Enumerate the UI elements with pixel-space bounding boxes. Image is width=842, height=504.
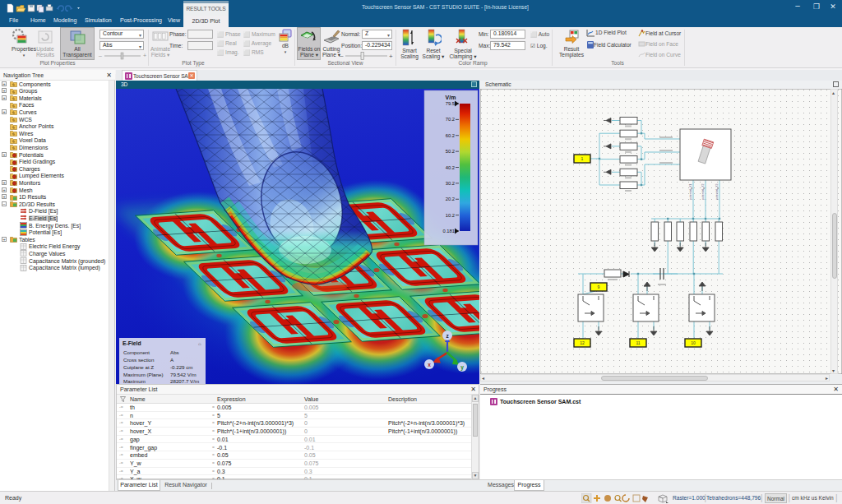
svg-text:28207.7 V/m: 28207.7 V/m [170,378,199,384]
svg-text:E-Field: E-Field [123,340,141,346]
svg-text:x: x [428,362,431,368]
svg-text:30.2: 30.2 [446,181,455,186]
svg-text:–: – [340,52,344,59]
svg-text:70.2: 70.2 [446,117,455,122]
svg-text:50.2: 50.2 [446,149,455,154]
svg-text:V/m: V/m [446,95,456,100]
svg-text:12: 12 [580,340,585,345]
svg-text:10: 10 [691,340,696,345]
svg-text:+: + [389,53,393,60]
svg-text:–: – [99,53,102,58]
svg-text:potential_X1: potential_X1 [689,183,692,200]
svg-text:0.181: 0.181 [442,229,455,234]
svg-text:20.2: 20.2 [446,197,455,201]
svg-text:Maximum (Plane): Maximum (Plane) [123,372,163,377]
svg-text:79.5: 79.5 [446,101,455,106]
svg-text:40.2: 40.2 [446,165,455,170]
svg-text:Cross section: Cross section [123,357,155,363]
svg-text:10.2: 10.2 [446,213,455,218]
svg-text:11: 11 [636,340,640,345]
svg-text:Component: Component [123,349,150,355]
svg-text:60.2: 60.2 [446,133,455,138]
svg-text:⌂: ⌂ [198,341,201,346]
svg-text:1: 1 [581,156,584,161]
svg-text:y: y [460,364,464,371]
svg-text:9: 9 [598,284,600,289]
svg-text:-0.229 cm: -0.229 cm [170,364,193,370]
svg-text:Cutplane at Z: Cutplane at Z [123,364,154,370]
svg-text:Abs: Abs [170,349,179,355]
svg-text:79.542 V/m: 79.542 V/m [170,372,197,377]
svg-text:Maximum: Maximum [123,378,146,384]
svg-text:potential_X2: potential_X2 [701,183,705,200]
svg-text:potential_X3: potential_X3 [715,183,719,200]
